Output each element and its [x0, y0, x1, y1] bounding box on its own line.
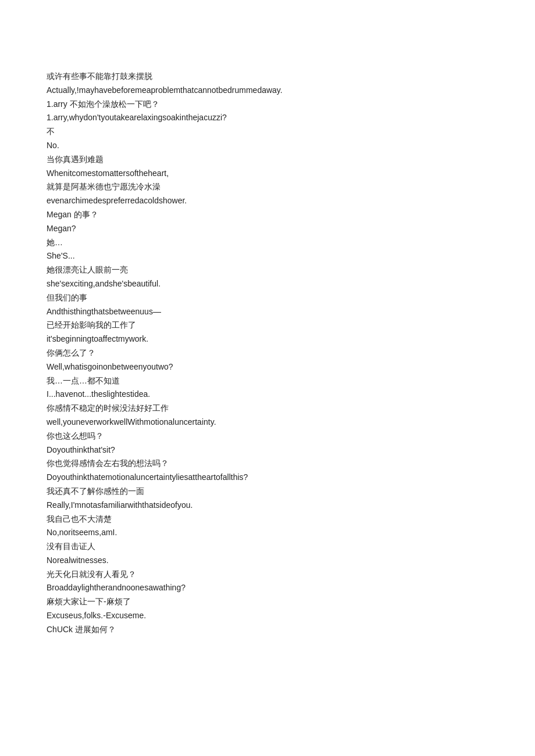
subtitle-line-line18: Andthisthingthatsbetweenuus— — [47, 305, 488, 319]
subtitle-line-line29: 你也觉得感情会左右我的想法吗？ — [47, 457, 488, 471]
subtitle-line-line28: Doyouthinkthat'sit? — [47, 443, 488, 457]
subtitle-line-line26: well,youneverworkwellWithmotionaluncerta… — [47, 415, 488, 429]
subtitle-line-line25: 你感情不稳定的时候没法好好工作 — [47, 402, 488, 415]
subtitle-line-line40: Excuseus,folks.-Excuseme. — [47, 609, 488, 623]
subtitle-line-line39: 麻烦大家让一下-麻烦了 — [47, 595, 488, 609]
subtitle-line-line30: Doyouthinkthatemotionaluncertaintyliesat… — [47, 471, 488, 485]
subtitle-line-line16: she'sexciting,andshe'sbeautiful. — [47, 277, 488, 291]
subtitle-line-line7: 当你真遇到难题 — [47, 153, 488, 167]
subtitle-line-line21: 你俩怎么了？ — [47, 346, 488, 360]
subtitle-line-line31: 我还真不了解你感性的一面 — [47, 485, 488, 499]
subtitle-line-line2: Actually,!mayhavebeforemeaproblemthatcan… — [47, 84, 488, 98]
subtitle-line-line36: Norealwitnesses. — [47, 554, 488, 568]
subtitle-line-line32: Really,I'mnotasfamiliarwiththatsideofyou… — [47, 499, 488, 513]
subtitle-line-line11: Megan 的事？ — [47, 208, 488, 222]
subtitle-line-line14: She'S... — [47, 249, 488, 263]
subtitle-line-line8: Whenitcomestomattersoftheheart, — [47, 167, 488, 181]
subtitle-line-line4: 1.arry,whydon'tyoutakearelaxingsoakinthe… — [47, 111, 488, 125]
subtitle-line-line5: 不 — [47, 125, 488, 139]
subtitle-line-line1: 或许有些事不能靠打鼓来摆脱 — [47, 70, 488, 84]
subtitle-line-line27: 你也这么想吗？ — [47, 429, 488, 443]
subtitle-line-line35: 没有目击证人 — [47, 540, 488, 554]
subtitle-line-line24: I...havenot...theslightestidea. — [47, 388, 488, 402]
subtitle-line-line13: 她… — [47, 236, 488, 250]
subtitle-line-line37: 光天化日就没有人看见？ — [47, 568, 488, 582]
subtitle-line-line10: evenarchimedespreferredacoldshower. — [47, 194, 488, 208]
subtitle-line-line38: Broaddaylightherandnoonesawathing? — [47, 581, 488, 595]
subtitle-line-line3: 1.arry 不如泡个澡放松一下吧？ — [47, 98, 488, 112]
subtitle-line-line33: 我自己也不大清楚 — [47, 513, 488, 526]
subtitle-line-line22: Well,whatisgoinonbetweenyoutwo? — [47, 360, 488, 374]
subtitle-line-line19: 已经开始影响我的工作了 — [47, 318, 488, 332]
subtitle-line-line41: ChUCk 进展如何？ — [47, 623, 488, 637]
subtitle-line-line6: No. — [47, 139, 488, 153]
content-container: 或许有些事不能靠打鼓来摆脱Actually,!mayhavebeforemeap… — [47, 70, 488, 637]
subtitle-line-line20: it'sbeginningtoaffectmywork. — [47, 332, 488, 346]
subtitle-line-line17: 但我们的事 — [47, 291, 488, 305]
subtitle-line-line34: No,noritseems,amI. — [47, 526, 488, 540]
subtitle-line-line23: 我…一点…都不知道 — [47, 374, 488, 388]
subtitle-line-line15: 她很漂亮让人眼前一亮 — [47, 263, 488, 277]
subtitle-line-line12: Megan? — [47, 222, 488, 236]
subtitle-line-line9: 就算是阿基米德也宁愿洗冷水澡 — [47, 180, 488, 194]
